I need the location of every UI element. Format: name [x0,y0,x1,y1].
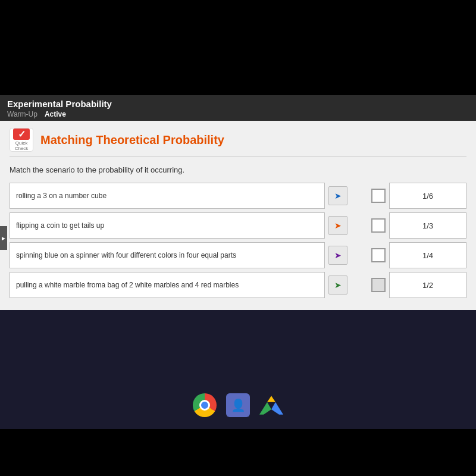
arrow-icon-4: ➤ [334,280,342,290]
scenario-row-2: flipping a coin to get tails up ➤ [10,212,347,239]
spacer [347,183,371,298]
prob-row-3: 1/4 [371,242,466,268]
probabilities-column: 1/6 1/3 1/4 1/2 [371,183,466,298]
prob-row-2: 1/3 [371,212,466,239]
arrow-btn-3[interactable]: ➤ [328,246,347,265]
prob-checkbox-2[interactable] [371,218,386,233]
quick-check-icon: ✓ Quick Check [10,128,33,152]
page-title: Experimental Probability [7,99,469,109]
scenario-box-4: pulling a white marble froma bag of 2 wh… [10,272,325,298]
prob-checkbox-4[interactable] [371,278,386,292]
top-black-area [0,0,476,95]
prob-box-2: 1/3 [389,212,466,239]
card: ✓ Quick Check Matching Theoretical Proba… [0,121,476,310]
prob-row-4: 1/2 [371,272,466,298]
drive-icon[interactable] [259,393,283,417]
main-content: Experimental Probability Warm-Up Active … [0,95,476,310]
scenario-box-3: spinning blue on a spinner with four dif… [10,242,325,268]
prob-checkbox-1[interactable] [371,189,386,203]
nav-active[interactable]: Active [45,110,66,118]
quick-check-label: Quick Check [10,140,33,151]
nav-warmup[interactable]: Warm-Up [7,110,37,118]
svg-marker-2 [271,402,283,415]
chrome-inner [199,400,210,411]
chrome-icon[interactable] [193,393,217,417]
arrow-icon-2: ➤ [334,221,342,230]
header-nav: Warm-Up Active [7,110,469,118]
arrow-btn-4[interactable]: ➤ [328,275,347,295]
matching-container: rolling a 3 on a number cube ➤ flipping … [10,183,466,298]
card-title: Matching Theoretical Probability [40,133,224,147]
sidebar-toggle[interactable]: ► [0,226,7,250]
scenario-box-2: flipping a coin to get tails up [10,212,325,239]
checkmark-icon: ✓ [13,129,30,140]
arrow-btn-1[interactable]: ➤ [328,186,347,205]
chrome-outer [193,393,217,417]
taskbar: 👤 [193,393,283,417]
scenario-row-3: spinning blue on a spinner with four dif… [10,242,347,268]
svg-marker-3 [267,396,275,402]
prob-checkbox-3[interactable] [371,248,386,262]
prob-box-4: 1/2 [389,272,466,298]
card-header: ✓ Quick Check Matching Theoretical Proba… [10,128,466,157]
arrow-icon-3: ➤ [334,250,342,260]
svg-marker-1 [259,402,271,415]
scenario-box-1: rolling a 3 on a number cube [10,183,325,209]
scenario-row-4: pulling a white marble froma bag of 2 wh… [10,272,347,298]
scenario-row-1: rolling a 3 on a number cube ➤ [10,183,347,209]
prob-box-3: 1/4 [389,242,466,268]
user-icon[interactable]: 👤 [226,393,250,417]
header-bar: Experimental Probability Warm-Up Active [0,95,476,121]
bottom-area: 👤 [0,310,476,429]
scenarios-column: rolling a 3 on a number cube ➤ flipping … [10,183,347,298]
arrow-icon-1: ➤ [334,191,342,201]
instruction-text: Match the scenario to the probability of… [10,165,466,174]
prob-row-1: 1/6 [371,183,466,209]
prob-box-1: 1/6 [389,183,466,209]
arrow-btn-2[interactable]: ➤ [328,216,347,235]
drive-svg [259,394,283,416]
